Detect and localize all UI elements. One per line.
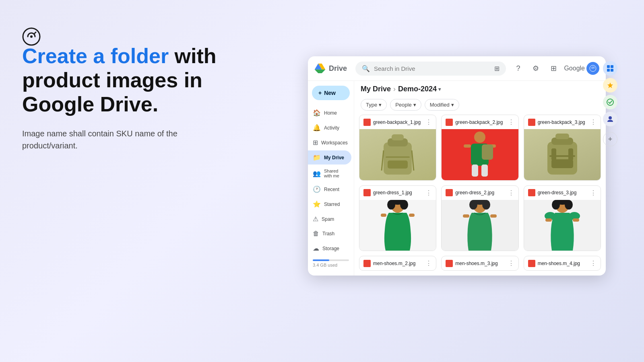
file-name-backpack1: green-backpack_1.jpg [373,119,423,125]
file-card-dress1[interactable]: green-dress_1.jpg ⋮ [359,185,436,251]
file-more-backpack3[interactable]: ⋮ [590,118,597,126]
svg-rect-19 [481,165,488,177]
google-brand: Google [564,62,599,75]
file-name-shoes2: men-shoes.m_3.jpg [455,261,505,266]
sidebar: + New 🏠 Home 🔔 Activity ⊞ Workspaces 📁 M… [308,81,354,276]
storage-section: 3.4 GB used [308,256,354,271]
svg-rect-45 [545,218,552,222]
google-avatar[interactable] [586,62,599,75]
spam-icon: ⚠ [313,215,318,223]
file-more-shoes2[interactable]: ⋮ [508,259,514,267]
file-more-backpack1[interactable]: ⋮ [425,118,432,126]
sidebar-item-storage[interactable]: ☁ Storage [308,241,351,255]
search-bar[interactable]: 🔍 ⊞ [355,62,506,76]
sidebar-item-shared[interactable]: 👥 Shared with me [308,165,351,181]
file-more-backpack2[interactable]: ⋮ [508,118,514,126]
panel-add-button[interactable]: + [603,132,617,146]
svg-rect-31 [381,214,386,217]
file-card-header7: men-shoes.m_2.jpg ⋮ [359,256,436,270]
file-thumb-dress1 [359,200,436,251]
file-grid: green-backpack_1.jpg ⋮ [354,115,606,276]
panel-grid-button[interactable] [603,61,617,76]
filter-people-label: People [395,102,411,108]
file-card-dress3[interactable]: green-dress_3.jpg ⋮ [524,185,601,251]
avatar-logo-icon [589,65,597,72]
breadcrumb: My Drive › Demo-2024 ▾ [361,85,441,93]
sidebar-item-recent[interactable]: 🕐 Recent [308,182,351,196]
filter-icon[interactable]: ⊞ [494,65,500,72]
svg-rect-18 [472,165,478,177]
dress3-image [542,200,582,251]
backpack3-image [544,130,580,179]
file-name-shoes1: men-shoes.m_2.jpg [373,261,423,266]
content-area: My Drive › Demo-2024 ▾ Type ▾ People ▾ [354,81,606,276]
svg-point-13 [474,132,485,143]
panel-check-button[interactable] [603,95,617,109]
file-card-shoes1[interactable]: men-shoes.m_2.jpg ⋮ [359,256,436,271]
filter-type[interactable]: Type ▾ [361,99,387,111]
file-card-shoes3[interactable]: men-shoes.m_4.jpg ⋮ [524,256,601,271]
activity-icon: 🔔 [313,124,321,132]
drive-body: + New 🏠 Home 🔔 Activity ⊞ Workspaces 📁 M… [308,81,606,276]
file-card-dress2[interactable]: green-dress_2.jpg ⋮ [441,185,518,251]
backpack2-image [460,129,500,180]
file-more-dress1[interactable]: ⋮ [425,189,432,197]
filter-modified[interactable]: Modified ▾ [425,99,459,111]
filter-people[interactable]: People ▾ [390,99,421,111]
sidebar-item-starred[interactable]: ⭐ Starred [308,197,351,211]
jpg-icon5 [446,189,453,196]
file-more-shoes3[interactable]: ⋮ [590,259,597,267]
settings-button[interactable]: ⚙ [528,61,543,76]
shared-icon: 👥 [313,170,321,177]
sidebar-item-activity[interactable]: 🔔 Activity [308,121,351,135]
file-card-backpack2[interactable]: green-backpack_2.jpg ⋮ [441,115,518,181]
svg-rect-37 [463,214,469,218]
jpg-icon7 [363,260,371,267]
sidebar-item-spam[interactable]: ⚠ Spam [308,212,351,226]
sidebar-item-workspaces[interactable]: ⊞ Workspaces [308,136,351,150]
panel-star-button[interactable] [603,78,617,93]
svg-rect-9 [386,156,410,158]
breadcrumb-dropdown-icon[interactable]: ▾ [438,86,441,92]
file-more-dress2[interactable]: ⋮ [508,189,514,197]
storage-icon: ☁ [313,245,319,252]
filter-modified-label: Modified [430,102,450,108]
sidebar-item-trash[interactable]: 🗑 Trash [308,227,351,241]
sidebar-item-trash-label: Trash [322,231,334,237]
breadcrumb-current-label: Demo-2024 [398,85,437,93]
sidebar-item-storage-label: Storage [322,246,339,251]
panel-person-button[interactable] [603,112,617,126]
file-card-header2: green-backpack_2.jpg ⋮ [442,115,518,129]
apps-button[interactable]: ⊞ [546,61,561,76]
svg-rect-6 [384,142,412,175]
file-card-shoes2[interactable]: men-shoes.m_3.jpg ⋮ [441,256,518,271]
file-thumb-dress2 [442,200,518,251]
backpack1-image [380,130,416,179]
sidebar-item-my-drive[interactable]: 📁 My Drive [308,150,351,165]
drive-title: Drive [329,64,347,73]
storage-bar [313,259,349,261]
search-input[interactable] [374,65,490,72]
file-name-backpack2: green-backpack_2.jpg [455,119,505,125]
file-name-backpack3: green-backpack_3.jpg [538,119,588,125]
svg-rect-48 [611,65,613,68]
sidebar-item-workspaces-label: Workspaces [321,140,348,146]
file-more-shoes1[interactable]: ⋮ [425,259,432,267]
new-button[interactable]: + New [312,86,350,100]
file-more-dress3[interactable]: ⋮ [590,189,597,197]
file-card-backpack3[interactable]: green-backpack_3.jpg ⋮ [524,115,601,181]
file-card-header4: green-dress_1.jpg ⋮ [359,186,436,200]
svg-line-5 [594,67,594,68]
help-button[interactable]: ? [511,61,525,76]
file-card-header: green-backpack_1.jpg ⋮ [359,115,436,129]
grid-view-icon [607,65,614,72]
svg-rect-26 [568,148,573,160]
svg-rect-24 [551,159,573,168]
file-card-header9: men-shoes.m_4.jpg ⋮ [524,256,601,270]
jpg-icon4 [363,189,371,196]
breadcrumb-separator: › [393,85,396,93]
sidebar-item-home[interactable]: 🏠 Home [308,106,351,120]
drive-window: Drive 🔍 ⊞ ? ⚙ ⊞ Google [308,56,606,276]
file-card-backpack1[interactable]: green-backpack_1.jpg ⋮ [359,115,436,181]
breadcrumb-parent[interactable]: My Drive [361,85,391,93]
